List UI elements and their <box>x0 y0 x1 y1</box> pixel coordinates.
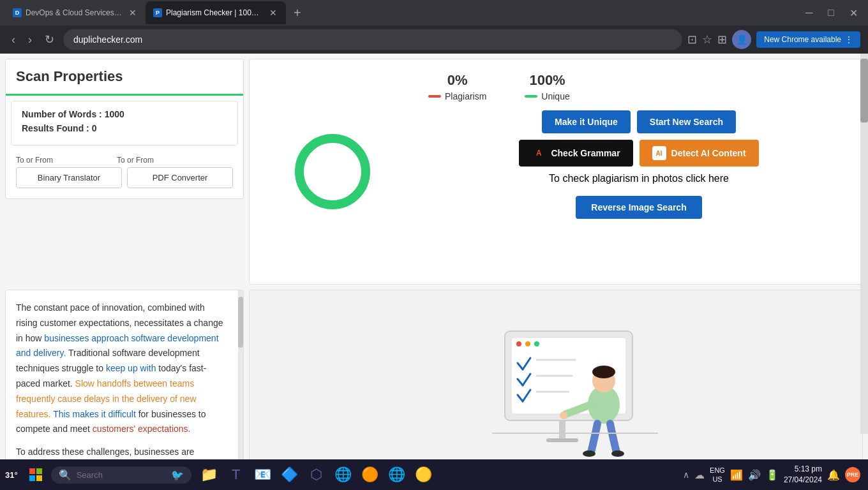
bookmark-icon[interactable]: ☆ <box>702 33 712 47</box>
grammar-icon: A <box>532 146 546 160</box>
grammar-button[interactable]: A Check Grammar <box>519 140 632 167</box>
tab-1[interactable]: D DevOps & Cloud Services: Stre... ✕ <box>5 1 146 24</box>
svg-point-20 <box>560 412 567 419</box>
chevron-up-icon[interactable]: ∧ <box>683 470 689 480</box>
maximize-button[interactable]: □ <box>823 4 839 22</box>
text-content: The constant pace of innovation, combine… <box>16 301 228 459</box>
taskbar-search[interactable]: 🔍 🐦 <box>51 466 191 484</box>
new-chrome-badge[interactable]: New Chrome available ⋮ <box>756 31 860 48</box>
extensions-icon[interactable]: ⊞ <box>717 33 727 47</box>
time-display: 5:13 pm <box>784 464 822 475</box>
taskbar-app-icon-5[interactable]: ⬡ <box>304 462 329 487</box>
tab-bar: D DevOps & Cloud Services: Stre... ✕ P P… <box>0 0 868 26</box>
url-input[interactable] <box>63 29 682 50</box>
taskbar-app-icon-4[interactable]: 🔷 <box>277 462 303 487</box>
page-content: Scan Properties Number of Words : 1000 R… <box>0 54 868 459</box>
chrome-profile-badge[interactable]: PRE <box>845 467 860 482</box>
svg-rect-24 <box>29 468 35 474</box>
taskbar-teams[interactable]: T <box>223 462 249 487</box>
text-scrollbar[interactable] <box>238 290 243 459</box>
forward-button[interactable]: › <box>24 31 36 49</box>
ai-icon: AI <box>652 146 666 160</box>
svg-point-19 <box>592 366 615 378</box>
unique-block: 100% Unique <box>525 72 569 101</box>
page-scrollbar-thumb <box>860 59 868 122</box>
text-panel: The constant pace of innovation, combine… <box>0 290 249 459</box>
taskbar-outlook[interactable]: 📧 <box>250 462 276 487</box>
stats-area: 0% Plagiarism 100% Unique <box>415 59 862 284</box>
notification-bell[interactable]: 🔔 <box>827 469 840 481</box>
taskbar-app-icon-7[interactable]: 🟠 <box>357 462 383 487</box>
green-legend-dot <box>525 95 537 98</box>
back-button[interactable]: ‹ <box>8 31 19 49</box>
text-scrollbar-thumb <box>238 297 243 348</box>
tab-2-title: Plagiarism Checker | 100% Fre... <box>166 8 264 17</box>
binary-translator-button[interactable]: Binary Translator <box>16 167 122 188</box>
unique-label: Unique <box>541 91 569 101</box>
minimize-button[interactable]: ─ <box>800 4 818 22</box>
taskbar-chrome-canary[interactable]: 🟡 <box>411 462 437 487</box>
volume-icon[interactable]: 🔊 <box>748 469 761 481</box>
wifi-icon[interactable]: 📶 <box>730 469 743 481</box>
taskbar-app-icon-6[interactable]: 🌐 <box>331 462 356 487</box>
pdf-converter-button[interactable]: PDF Converter <box>127 167 233 188</box>
svg-point-3 <box>516 341 521 346</box>
svg-rect-15 <box>559 420 565 440</box>
svg-point-21 <box>583 450 595 457</box>
reload-button[interactable]: ↻ <box>41 30 58 49</box>
reverse-image-button[interactable]: Reverse Image Search <box>576 196 701 219</box>
teams-icon: T <box>232 466 240 483</box>
outlook-icon: 📧 <box>254 466 271 483</box>
plagiarism-circle <box>291 130 374 213</box>
app-7-icon: 🟠 <box>361 466 378 483</box>
search-input[interactable] <box>77 470 166 480</box>
new-search-button[interactable]: Start New Search <box>637 110 736 133</box>
text-scroll-area[interactable]: The constant pace of innovation, combine… <box>6 290 238 459</box>
clock[interactable]: 5:13 pm 27/04/2024 <box>784 464 822 486</box>
copilot-icon: 🐦 <box>171 469 184 481</box>
taskbar: 31° 🔍 🐦 📁 T 📧 🔷 ⬡ 🌐 <box>0 459 868 490</box>
results-panel: 0% Plagiarism 100% Unique <box>249 54 868 290</box>
language-indicator: ENG US <box>710 466 725 484</box>
taskbar-chrome[interactable]: 🌐 <box>384 462 410 487</box>
taskbar-system-tray: ∧ ☁ ENG US 📶 🔊 🔋 5:13 pm 27/04/2024 🔔 PR… <box>683 464 863 486</box>
words-count: Number of Words : 1000 <box>22 109 227 119</box>
lang-us: US <box>710 475 725 484</box>
close-button[interactable]: ✕ <box>844 4 863 22</box>
cloud-icon[interactable]: ☁ <box>694 469 705 481</box>
chrome-canary-icon: 🟡 <box>415 466 432 483</box>
page-scrollbar[interactable] <box>860 54 868 434</box>
address-bar: ‹ › ↻ ⊡ ☆ ⊞ 👤 New Chrome available ⋮ <box>0 26 868 54</box>
tool-links-row: Binary Translator PDF Converter <box>16 167 233 188</box>
plagiarism-block: 0% Plagiarism <box>428 72 486 101</box>
cast-icon[interactable]: ⊡ <box>687 33 697 47</box>
start-button[interactable] <box>23 462 49 487</box>
tab-2[interactable]: P Plagiarism Checker | 100% Fre... ✕ <box>146 1 286 24</box>
app-6-icon: 🌐 <box>334 466 352 483</box>
tab-1-close[interactable]: ✕ <box>128 6 138 19</box>
make-unique-button[interactable]: Make it Unique <box>542 110 631 133</box>
battery-icon[interactable]: 🔋 <box>766 469 779 481</box>
date-display: 27/04/2024 <box>784 475 822 486</box>
to-or-from-1: To or From <box>16 156 53 165</box>
tab-1-title: DevOps & Cloud Services: Stre... <box>26 8 124 17</box>
to-or-from-2: To or From <box>117 156 154 165</box>
ai-content-button[interactable]: AI Detect AI Content <box>640 140 759 167</box>
svg-rect-16 <box>546 438 578 442</box>
svg-point-4 <box>525 341 530 346</box>
plagiarism-pct: 0% <box>428 72 486 89</box>
scan-panel: Scan Properties Number of Words : 1000 R… <box>0 54 249 290</box>
file-explorer-icon: 📁 <box>200 466 218 483</box>
search-icon: 🔍 <box>59 469 71 481</box>
svg-point-0 <box>299 138 366 205</box>
profile-avatar[interactable]: 👤 <box>732 30 751 49</box>
tab-2-close[interactable]: ✕ <box>268 6 278 19</box>
app-4-icon: 🔷 <box>281 466 298 483</box>
taskbar-apps: 📁 T 📧 🔷 ⬡ 🌐 🟠 🌐 🟡 <box>197 462 437 487</box>
results-found: Results Found : 0 <box>22 123 227 133</box>
new-chrome-label: New Chrome available <box>764 35 841 44</box>
taskbar-file-explorer[interactable]: 📁 <box>197 462 222 487</box>
scan-title: Scan Properties <box>6 59 243 96</box>
new-tab-button[interactable]: + <box>288 3 306 23</box>
illustration-svg <box>454 306 658 459</box>
